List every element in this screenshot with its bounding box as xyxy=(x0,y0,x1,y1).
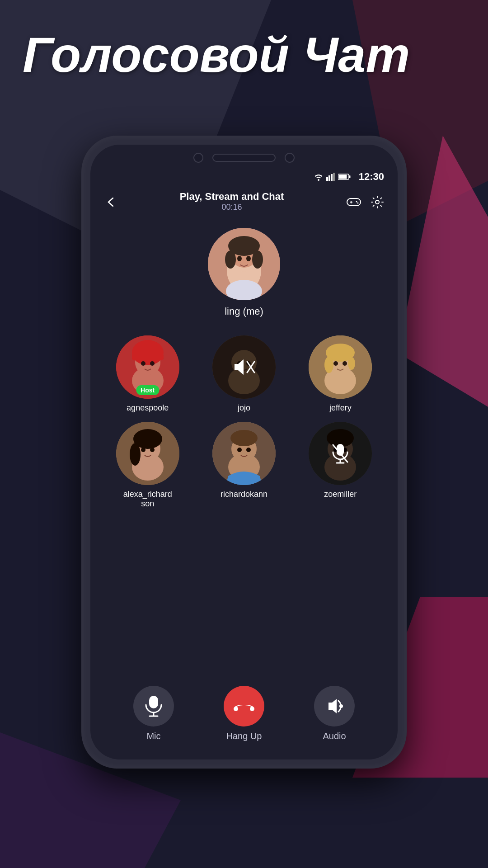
svg-rect-2 xyxy=(331,174,333,181)
svg-rect-5 xyxy=(338,175,347,179)
phone-outer: 12:30 Play, Stream and Chat 00:16 xyxy=(81,136,407,769)
svg-point-18 xyxy=(225,250,236,269)
participants-grid: Host agnespoole xyxy=(104,335,384,509)
avatar-richard xyxy=(212,422,276,485)
participant-jojo: jojo xyxy=(200,335,287,413)
participant-zoe: zoemiller xyxy=(297,422,384,509)
participant-name-alexa: alexa_richardson xyxy=(123,490,172,509)
zoe-muted-overlay xyxy=(309,422,372,485)
participant-name-agnespoole: agnespoole xyxy=(127,403,169,413)
channel-title: Play, Stream and Chat xyxy=(180,191,284,203)
mic-button[interactable] xyxy=(133,686,174,726)
status-icons xyxy=(314,173,351,181)
battery-icon xyxy=(338,173,351,180)
svg-point-26 xyxy=(132,340,164,365)
camera-dot xyxy=(193,153,203,163)
svg-point-43 xyxy=(333,361,338,366)
svg-point-29 xyxy=(150,361,155,366)
participant-name-zoe: zoemiller xyxy=(324,490,357,499)
camera-dot-2 xyxy=(285,153,295,163)
audio-button[interactable] xyxy=(314,686,355,726)
gamepad-icon[interactable] xyxy=(346,194,361,208)
svg-point-73 xyxy=(339,704,343,708)
participant-name-jojo: jojo xyxy=(238,403,250,413)
avatar-wrapper-jojo xyxy=(212,335,276,399)
svg-point-42 xyxy=(348,357,355,370)
avatar-jeffery xyxy=(309,335,372,399)
speaker-grille xyxy=(212,154,276,162)
svg-rect-72 xyxy=(250,707,254,711)
audio-control[interactable]: Audio xyxy=(314,686,355,741)
svg-point-10 xyxy=(356,201,357,203)
svg-rect-1 xyxy=(328,175,330,181)
svg-point-44 xyxy=(343,361,347,366)
svg-rect-71 xyxy=(234,707,238,711)
svg-point-28 xyxy=(141,361,145,366)
svg-point-57 xyxy=(246,448,251,452)
avatar-alexa xyxy=(116,422,179,485)
svg-point-21 xyxy=(246,256,251,261)
svg-point-20 xyxy=(237,256,242,261)
svg-point-11 xyxy=(357,203,358,204)
hangup-label: Hang Up xyxy=(226,731,262,741)
avatar-wrapper-alexa xyxy=(116,422,179,485)
signal-icon xyxy=(326,173,335,181)
hangup-button[interactable] xyxy=(224,686,264,726)
jojo-muted-overlay xyxy=(212,335,276,399)
back-button[interactable] xyxy=(104,194,117,209)
bottom-controls: Mic Hang Up xyxy=(90,686,398,741)
audio-label: Audio xyxy=(323,731,346,741)
svg-rect-27 xyxy=(132,354,164,360)
participant-jeffery: jeffery xyxy=(297,335,384,413)
main-user-avatar xyxy=(208,228,280,300)
status-time: 12:30 xyxy=(359,171,384,183)
avatar-wrapper-richard xyxy=(212,422,276,485)
header-center: Play, Stream and Chat 00:16 xyxy=(180,191,284,212)
phone-inner: 12:30 Play, Stream and Chat 00:16 xyxy=(90,145,398,760)
svg-rect-68 xyxy=(149,696,158,708)
participant-alexa: alexa_richardson xyxy=(104,422,191,509)
content-area: ling (me) xyxy=(90,219,398,518)
svg-point-12 xyxy=(375,200,379,204)
svg-point-19 xyxy=(252,250,263,269)
main-user: ling (me) xyxy=(208,228,280,317)
svg-point-49 xyxy=(130,443,141,466)
svg-point-41 xyxy=(324,357,333,373)
svg-rect-7 xyxy=(347,198,361,206)
participant-agnespoole: Host agnespoole xyxy=(104,335,191,413)
phone-mockup: 12:30 Play, Stream and Chat 00:16 xyxy=(81,136,407,769)
phone-hardware xyxy=(90,145,398,167)
participant-richard: richardokann xyxy=(200,422,287,509)
hangup-control[interactable]: Hang Up xyxy=(224,686,264,741)
svg-point-50 xyxy=(141,448,145,452)
app-header: Play, Stream and Chat 00:16 xyxy=(90,186,398,219)
host-badge: Host xyxy=(136,385,159,395)
avatar-wrapper-agnespoole: Host xyxy=(116,335,179,399)
settings-icon[interactable] xyxy=(371,194,384,208)
wifi-icon xyxy=(314,173,324,181)
svg-rect-0 xyxy=(326,177,328,181)
avatar-wrapper-jeffery xyxy=(309,335,372,399)
svg-point-51 xyxy=(150,448,155,452)
header-icons xyxy=(346,194,384,208)
call-duration: 00:16 xyxy=(180,203,284,212)
page-title: Голосовой Чат xyxy=(23,27,410,82)
svg-point-56 xyxy=(237,448,242,452)
mic-label: Mic xyxy=(146,731,160,741)
svg-rect-3 xyxy=(333,173,335,181)
main-user-name: ling (me) xyxy=(225,306,263,317)
avatar-wrapper-zoe xyxy=(309,422,372,485)
svg-point-55 xyxy=(230,430,258,446)
participant-name-richard: richardokann xyxy=(221,490,267,499)
participant-name-jeffery: jeffery xyxy=(329,403,352,413)
status-bar: 12:30 xyxy=(90,167,398,186)
mic-control[interactable]: Mic xyxy=(133,686,174,741)
svg-rect-6 xyxy=(349,175,350,178)
